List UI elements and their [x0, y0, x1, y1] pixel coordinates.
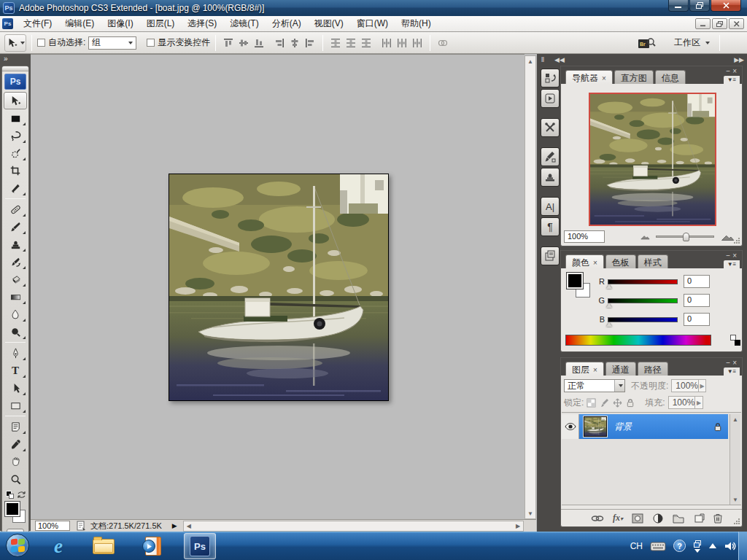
doc-close-button[interactable] [729, 18, 744, 29]
panel-minimize-icon[interactable]: − [726, 252, 732, 260]
brushes-panel-button[interactable] [541, 147, 560, 166]
layer-comps-panel-button[interactable] [541, 246, 560, 265]
align-hcenter-button[interactable] [287, 36, 302, 50]
navigator-zoom-slider[interactable] [656, 236, 714, 238]
tab-styles[interactable]: 样式 [638, 254, 668, 268]
distribute-bottom-button[interactable] [359, 36, 374, 50]
toolbox-collapse-button[interactable]: » [0, 54, 31, 64]
new-group-icon[interactable] [672, 513, 685, 524]
channel-b-slider[interactable] [608, 317, 678, 322]
panel-resize-grip[interactable] [733, 518, 740, 525]
distribute-hcenter-button[interactable] [395, 36, 409, 50]
taskbar-media-player[interactable] [136, 533, 168, 559]
channel-g-value[interactable]: 0 [684, 294, 710, 307]
tool-brush[interactable] [4, 218, 27, 236]
current-tool-preset[interactable] [4, 34, 26, 52]
layer-name[interactable]: 背景 [614, 421, 713, 433]
scroll-down-arrow[interactable]: ▼ [525, 508, 535, 518]
show-desktop-button[interactable] [738, 532, 747, 560]
auto-align-button[interactable] [436, 36, 450, 50]
panel-close-icon[interactable]: × [732, 359, 739, 367]
foreground-color-swatch[interactable] [5, 502, 20, 516]
tool-move[interactable] [4, 92, 27, 109]
tool-shape[interactable] [4, 397, 27, 414]
menu-image[interactable]: 图像(I) [101, 15, 139, 32]
keyboard-icon[interactable] [650, 541, 666, 551]
tab-paths[interactable]: 路径 [638, 362, 668, 376]
color-spectrum-ramp[interactable] [565, 335, 711, 346]
panel-minimize-icon[interactable]: − [726, 67, 732, 75]
layer-row-background[interactable]: 背景 [562, 414, 728, 439]
dock-grip[interactable]: ⦀ [541, 56, 545, 64]
dock-expand-icon[interactable]: ▶▶ [734, 56, 744, 63]
blend-mode-dropdown[interactable]: 正常 [564, 379, 625, 392]
tool-hand[interactable] [4, 453, 27, 470]
menu-file[interactable]: 文件(F) [17, 15, 58, 32]
canvas-workspace[interactable] [31, 54, 525, 519]
tool-pen[interactable] [4, 344, 27, 362]
menu-edit[interactable]: 编辑(E) [58, 15, 101, 32]
chevron-down-icon[interactable] [614, 380, 624, 392]
minimize-button[interactable] [668, 0, 689, 12]
align-vcenter-button[interactable] [236, 36, 251, 50]
new-layer-icon[interactable] [693, 513, 705, 524]
maximize-button[interactable] [689, 0, 710, 12]
zoom-level-field[interactable]: 100% [35, 521, 70, 531]
align-right-button[interactable] [303, 36, 317, 50]
panel-menu-icon[interactable]: ▼≡ [724, 260, 740, 270]
tab-channels[interactable]: 通道 [605, 362, 636, 376]
tab-swatches[interactable]: 色板 [605, 254, 636, 268]
taskbar-photoshop-active[interactable]: Ps [184, 533, 216, 559]
channel-r-slider[interactable] [608, 279, 678, 284]
add-mask-icon[interactable] [631, 513, 644, 524]
history-panel-button[interactable] [541, 69, 560, 88]
slider-thumb[interactable] [683, 233, 689, 241]
tab-layers[interactable]: 图层× [565, 362, 604, 376]
tool-zoom[interactable] [4, 470, 27, 488]
distribute-vcenter-button[interactable] [344, 36, 358, 50]
tab-color[interactable]: 颜色× [565, 254, 604, 268]
channel-b-value[interactable]: 0 [684, 313, 710, 326]
menu-help[interactable]: 帮助(H) [395, 15, 438, 32]
doc-restore-button[interactable] [712, 18, 727, 29]
menu-window[interactable]: 窗口(W) [350, 15, 395, 32]
layer-visibility-toggle[interactable] [562, 414, 579, 439]
dock-collapse-icon[interactable]: ◀◀ [554, 56, 565, 63]
chevron-right-icon[interactable]: ▶ [698, 380, 705, 392]
scroll-down-arrow[interactable]: ▼ [730, 494, 740, 505]
panel-minimize-icon[interactable]: − [726, 359, 732, 367]
close-icon[interactable]: × [593, 259, 597, 267]
tool-notes[interactable] [4, 418, 27, 435]
chevron-right-icon[interactable]: ▶ [694, 397, 702, 408]
close-button[interactable] [711, 0, 741, 12]
swap-colors-control[interactable] [2, 489, 28, 501]
taskbar-file-explorer[interactable] [88, 533, 120, 559]
tray-window-icon[interactable] [693, 540, 702, 553]
clone-source-panel-button[interactable] [541, 168, 560, 187]
menu-filter[interactable]: 滤镜(T) [223, 15, 265, 32]
scroll-up-arrow[interactable]: ▲ [730, 414, 740, 424]
lock-position-icon[interactable] [613, 398, 622, 408]
go-to-bridge-button[interactable]: Br [636, 35, 658, 51]
tab-histogram[interactable]: 直方图 [614, 70, 654, 84]
doc-minimize-button[interactable] [695, 18, 711, 29]
lock-transparency-icon[interactable] [587, 398, 596, 408]
show-transform-checkbox[interactable] [147, 39, 155, 47]
navigator-proxy-view[interactable] [589, 93, 716, 226]
tool-slice[interactable] [4, 179, 27, 197]
scroll-left-arrow[interactable]: ◀ [184, 521, 194, 532]
distribute-left-button[interactable] [379, 36, 394, 50]
character-panel-button[interactable]: A| [541, 197, 560, 216]
workspace-dropdown[interactable]: 工作区 [670, 36, 714, 49]
close-icon[interactable]: × [602, 74, 606, 82]
menu-view[interactable]: 视图(V) [308, 15, 350, 32]
help-tray-icon[interactable]: ? [673, 540, 686, 552]
panel-close-icon[interactable]: × [732, 67, 739, 75]
scroll-right-arrow[interactable]: ▶ [513, 521, 523, 532]
delete-layer-icon[interactable] [713, 513, 723, 524]
panel-resize-grip[interactable] [733, 237, 740, 244]
channel-g-slider[interactable] [608, 298, 678, 303]
align-bottom-button[interactable] [252, 36, 266, 50]
start-button[interactable] [6, 534, 29, 557]
panel-menu-icon[interactable]: ▼≡ [724, 368, 740, 377]
